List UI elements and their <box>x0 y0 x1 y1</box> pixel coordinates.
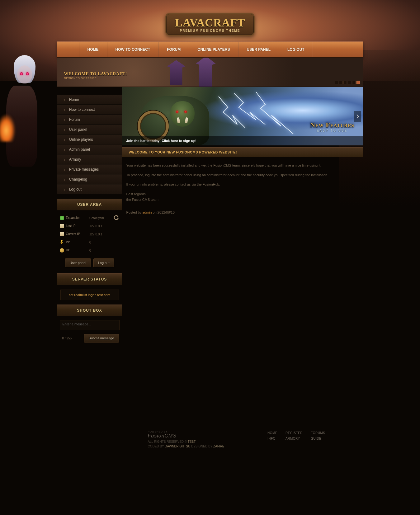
user-row-expansion: Expansion Cataclysm <box>58 214 121 222</box>
lightning-icon <box>215 90 296 140</box>
hero-dot[interactable] <box>352 81 356 84</box>
puzzle-icon <box>60 216 64 220</box>
nav-online-players[interactable]: ONLINE PLAYERS <box>189 42 238 57</box>
sidebar-item-armory[interactable]: Armory <box>57 154 122 164</box>
article-heading: WELCOME TO YOUR NEW FUSIONCMS POWERED WE… <box>122 147 363 157</box>
sidebar-menu: Home How to connect Forum User panel Onl… <box>57 95 122 194</box>
feature-title: New Features <box>310 121 354 129</box>
logout-button[interactable]: Log out <box>93 258 114 267</box>
nav-how-to-connect[interactable]: HOW TO CONNECT <box>107 42 159 57</box>
note-icon <box>60 224 64 228</box>
site-title: LAVACRAFT <box>175 17 245 28</box>
hero-dot[interactable] <box>348 81 351 84</box>
hero-pagination <box>335 81 360 84</box>
footer: POWERED BY FusionCMS ALL RIGHTS RESERVED… <box>95 427 325 461</box>
footer-powered-name: FusionCMS <box>148 433 224 439</box>
article-body: Your website has been successfully insta… <box>122 157 363 209</box>
shoutbox-submit-button[interactable]: Submit message <box>84 334 119 343</box>
article-author[interactable]: admin <box>142 210 152 214</box>
footer-link-info[interactable]: INFO <box>267 436 277 442</box>
sidebar-item-log-out[interactable]: Log out <box>57 184 122 194</box>
hero-dot[interactable] <box>343 81 347 84</box>
logo: LAVACRAFT PREMIUM FUSIONCMS THEME <box>57 0 363 41</box>
bolt-icon <box>60 240 64 244</box>
user-row-current-ip: Current IP 127.0.0.1 <box>58 230 121 238</box>
feature-cta[interactable]: Join the battle today! Click here to sig… <box>122 136 363 145</box>
user-row-dp: DP 0 <box>58 247 121 254</box>
footer-powered-label: POWERED BY <box>148 430 224 433</box>
note-icon <box>60 232 64 236</box>
shoutbox-counter: 0 / 255 <box>62 337 72 340</box>
footer-link-register[interactable]: REGISTER <box>286 430 303 436</box>
shoutbox-input[interactable] <box>60 320 120 330</box>
sidebar-item-online-players[interactable]: Online players <box>57 135 122 144</box>
hero-title: WELCOME TO LAVACRAFT! <box>64 72 127 77</box>
feature-subtitle: EASY TO USE <box>310 129 354 132</box>
user-row-vp: VP 0 <box>58 239 121 246</box>
sidebar-item-forum[interactable]: Forum <box>57 115 122 125</box>
sidebar-item-private-messages[interactable]: Private messages <box>57 164 122 174</box>
chevron-right-icon <box>356 114 359 119</box>
coins-icon <box>60 248 64 253</box>
hero-dot[interactable] <box>339 81 342 84</box>
hero-dot[interactable] <box>335 81 338 84</box>
main-content: New Features EASY TO USE Join the battle… <box>122 87 363 218</box>
sidebar: Home How to connect Forum User panel Onl… <box>57 87 122 346</box>
footer-link-guide[interactable]: GUIDE <box>311 436 325 442</box>
hero-dot-active[interactable] <box>356 81 360 84</box>
article-meta: Posted by admin on 2012/08/10 <box>122 209 363 218</box>
realmlist: set realmlist logon.test.com <box>60 290 119 300</box>
user-row-last-ip: Last IP 127.0.0.1 <box>58 222 121 230</box>
gear-icon[interactable] <box>114 215 118 220</box>
footer-link-armory[interactable]: ARMORY <box>286 436 303 442</box>
sidebar-item-changelog[interactable]: Changelog <box>57 174 122 184</box>
nav-home[interactable]: HOME <box>79 42 107 57</box>
hero-banner: WELCOME TO LAVACRAFT! DESIGNED BY ZAFIRE <box>57 58 363 87</box>
nav-user-panel[interactable]: USER PANEL <box>238 42 279 57</box>
site-subtitle: PREMIUM FUSIONCMS THEME <box>175 29 245 32</box>
user-area-table: Expansion Cataclysm Last IP 127.0.0.1 Cu… <box>57 214 122 255</box>
footer-link-home[interactable]: HOME <box>267 430 277 436</box>
nav-forum[interactable]: FORUM <box>158 42 189 57</box>
sidebar-item-admin-panel[interactable]: Admin panel <box>57 144 122 154</box>
user-area-heading: USER AREA <box>57 199 122 210</box>
server-status-heading: SERVER STATUS <box>57 273 122 285</box>
top-nav: HOME HOW TO CONNECT FORUM ONLINE PLAYERS… <box>57 41 363 58</box>
sidebar-item-how-to-connect[interactable]: How to connect <box>57 105 122 115</box>
hero-byline: DESIGNED BY ZAFIRE <box>64 77 127 80</box>
footer-link-forums[interactable]: FORUMS <box>311 430 325 436</box>
nav-log-out[interactable]: LOG OUT <box>279 42 313 57</box>
character-art <box>0 48 40 204</box>
shoutbox-heading: SHOUT BOX <box>57 305 122 316</box>
sidebar-item-user-panel[interactable]: User panel <box>57 125 122 135</box>
user-panel-button[interactable]: User panel <box>65 258 91 267</box>
sidebar-item-home[interactable]: Home <box>57 95 122 105</box>
feature-next-arrow[interactable] <box>354 111 361 122</box>
